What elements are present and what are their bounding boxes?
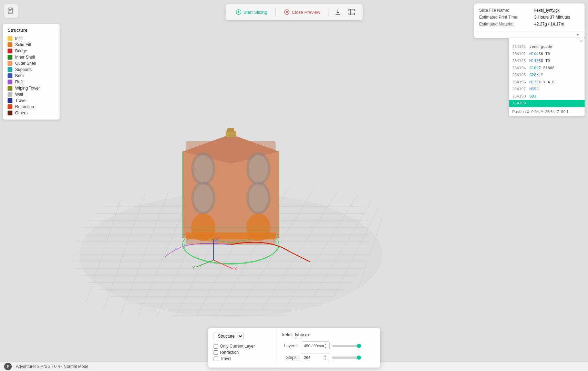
legend-color [8, 92, 12, 97]
svg-text:X: X [234, 266, 237, 271]
status-icon: F [4, 363, 12, 370]
gcode-line: 264191;end gcode [509, 43, 585, 51]
start-slicing-button[interactable]: Start Slicing [230, 8, 272, 17]
steps-row: Steps : 264 ▲▼ [282, 352, 361, 363]
steps-value-box[interactable]: 264 ▲▼ [302, 353, 329, 362]
checkbox-label: Only Current Layer [220, 344, 255, 349]
checkbox-row: Travel [214, 355, 271, 362]
print-time-value: 3 Hours 37 Minutes [534, 15, 570, 20]
legend-label: Raft [15, 80, 23, 84]
gcode-num: 264194 [512, 65, 527, 71]
steps-slider-track[interactable] [332, 357, 361, 359]
svg-marker-68 [238, 11, 240, 13]
material-label: Estimated Material: [479, 22, 534, 27]
legend-item: Raft [8, 79, 55, 85]
structure-title: Structure [8, 28, 55, 33]
document-icon[interactable] [4, 4, 18, 18]
steps-label: Steps : [282, 355, 299, 360]
legend-label: Brim [15, 73, 24, 78]
legend-color [8, 36, 12, 41]
gcode-position: Position X: 0.94, Y: 25.64, Z: 90.1 [509, 107, 585, 116]
legend-color [8, 55, 12, 60]
svg-rect-52 [186, 233, 276, 239]
gcode-lines: 264191;end gcode264192M104 S0 T0264193M1… [509, 43, 585, 107]
legend-label: Supports [15, 67, 32, 72]
bottom-left: Structure Only Current Layer Retraction … [208, 328, 277, 368]
gcode-num: 264195 [512, 72, 527, 78]
download-button[interactable] [332, 6, 344, 18]
legend-label: Wiping Tower [15, 86, 40, 91]
settings-button[interactable] [345, 6, 358, 18]
svg-point-44 [249, 184, 268, 212]
bottom-checkboxes: Only Current Layer Retraction Travel [214, 343, 271, 362]
legend-item: Outer Shell [8, 60, 55, 66]
checkbox-input[interactable] [214, 357, 218, 361]
legend-label: Retraction [15, 104, 34, 109]
printer-info: Adventurer 3 Pro 2 - 0.4 - Normal Mode [16, 364, 89, 369]
legend-item: Inner Shell [8, 54, 55, 60]
steps-value: 264 [304, 355, 310, 360]
gcode-line: 264194G162 Z F1800 [509, 65, 585, 72]
legend-color [8, 104, 12, 109]
print-time-label: Estimated Print Time: [479, 15, 534, 20]
legend-item: Wiping Tower [8, 85, 55, 91]
checkbox-label: Travel [220, 356, 231, 361]
layers-slider-track[interactable] [332, 345, 361, 347]
gcode-expand[interactable]: » [509, 38, 585, 43]
gcode-num: 264191 [512, 44, 527, 50]
layers-label: Layers : [282, 343, 299, 348]
checkbox-input[interactable] [214, 344, 218, 349]
legend-label: Travel [15, 98, 27, 103]
legend-item: Travel [8, 97, 55, 104]
structure-dropdown[interactable]: Structure [214, 332, 244, 340]
svg-rect-54 [227, 128, 234, 132]
legend-item: Solid Fill [8, 42, 55, 48]
file-name-value: keksi_lyhty.gx [534, 8, 560, 13]
legend-color [8, 67, 12, 72]
gcode-panel: » 264191;end gcode264192M104 S0 T0264193… [509, 38, 585, 116]
svg-point-40 [249, 155, 268, 183]
legend-list: Infill Solid Fill Bridge Inner Shell Out… [8, 35, 55, 116]
legend-label: Outer Shell [15, 61, 36, 66]
checkbox-row: Retraction [214, 349, 271, 355]
structure-panel: Structure Infill Solid Fill Bridge Inner… [3, 24, 60, 120]
legend-color [8, 73, 12, 78]
bottom-panel: Structure Only Current Layer Retraction … [208, 328, 380, 368]
legend-label: Others [15, 111, 28, 115]
gcode-num: 264199 [512, 101, 527, 106]
layers-value-box[interactable]: 450 / 90mm ▲▼ [302, 341, 330, 350]
legend-label: Wall [15, 92, 23, 97]
filename-label: keksi_lyhty.gx [282, 332, 361, 337]
legend-color [8, 49, 12, 53]
gcode-line: 264195G28 X Y [509, 72, 585, 79]
legend-label: Inner Shell [15, 55, 35, 60]
gcode-num: 264193 [512, 58, 527, 64]
gcode-line: 264192M104 S0 T0 [509, 51, 585, 58]
material-value: 42.27g / 14.17m [534, 22, 564, 27]
legend-item: Wall [8, 91, 55, 97]
bottom-select: Structure [214, 332, 271, 340]
expand-arrow[interactable]: ▼ [474, 31, 585, 38]
gcode-line: 264198G91 [509, 93, 585, 100]
gcode-num: 264196 [512, 80, 527, 85]
svg-point-38 [194, 155, 213, 183]
legend-item: Retraction [8, 104, 55, 110]
close-preview-button[interactable]: Close Preview [279, 8, 326, 17]
viewport: Z X Y [0, 0, 588, 371]
checkbox-row: Only Current Layer [214, 343, 271, 349]
legend-item: Supports [8, 66, 55, 73]
gcode-num: 264197 [512, 86, 527, 92]
legend-label: Infill [15, 36, 22, 41]
svg-text:Y: Y [192, 265, 195, 270]
legend-item: Brim [8, 73, 55, 79]
checkbox-input[interactable] [214, 350, 218, 355]
slice-info-header: Slice File Name: keksi_lyhty.gx Estimate… [474, 3, 585, 31]
legend-item: Others [8, 110, 55, 116]
file-name-label: Slice File Name: [479, 8, 534, 13]
gcode-line: 264193M140 S0 T0 [509, 58, 585, 65]
scene-svg: Z X Y [0, 0, 588, 371]
gcode-line: 264196M132 X Y A B [509, 79, 585, 86]
legend-label: Bridge [15, 49, 27, 53]
gcode-num: 264198 [512, 94, 527, 100]
layers-row: Layers : 450 / 90mm ▲▼ [282, 340, 361, 352]
